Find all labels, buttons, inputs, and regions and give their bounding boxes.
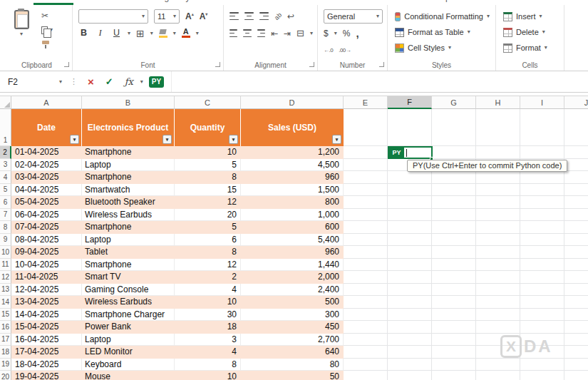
- dialog-launcher-icon[interactable]: [379, 62, 384, 67]
- quantity-cell[interactable]: 30: [175, 309, 241, 322]
- filter-button[interactable]: [70, 135, 79, 144]
- empty-cell[interactable]: [344, 209, 388, 222]
- row-header[interactable]: 1: [0, 109, 11, 146]
- empty-cell[interactable]: [432, 221, 476, 234]
- ribbon-tab[interactable]: Help: [425, 0, 458, 5]
- chevron-down-icon[interactable]: [334, 31, 337, 36]
- empty-cell[interactable]: [476, 109, 520, 146]
- ribbon-tab[interactable]: View: [339, 0, 373, 5]
- align-right-icon[interactable]: [257, 29, 265, 37]
- empty-cell[interactable]: [564, 146, 588, 159]
- empty-cell[interactable]: [520, 196, 564, 209]
- empty-cell[interactable]: [476, 371, 520, 380]
- empty-cell[interactable]: [432, 146, 476, 159]
- increase-indent-icon[interactable]: [284, 29, 291, 38]
- empty-cell[interactable]: [388, 321, 432, 334]
- product-cell[interactable]: Keyboard: [82, 359, 175, 371]
- product-cell[interactable]: Laptop: [82, 334, 175, 346]
- sales-cell[interactable]: 1,500: [241, 184, 344, 197]
- empty-cell[interactable]: [520, 234, 564, 247]
- cut-icon[interactable]: [41, 11, 48, 21]
- product-cell[interactable]: Power Bank: [82, 321, 175, 334]
- row-header[interactable]: 2: [0, 146, 11, 159]
- delete-cells-button[interactable]: Delete: [502, 24, 559, 40]
- empty-cell[interactable]: [564, 259, 588, 272]
- ribbon-tab[interactable]: Home: [33, 0, 73, 5]
- sales-cell[interactable]: 960: [241, 171, 344, 184]
- name-box-resizer-icon[interactable]: [70, 77, 78, 86]
- empty-cell[interactable]: [476, 246, 520, 259]
- wrap-text-icon[interactable]: [287, 11, 294, 21]
- quantity-cell[interactable]: 6: [175, 234, 241, 247]
- product-cell[interactable]: Smartphone: [82, 146, 175, 159]
- empty-cell[interactable]: [520, 146, 564, 159]
- formula-input[interactable]: [171, 71, 588, 92]
- empty-cell[interactable]: [476, 321, 520, 334]
- ribbon-tab[interactable]: File: [4, 0, 33, 5]
- dialog-launcher-icon[interactable]: [215, 62, 220, 67]
- chevron-down-icon[interactable]: [140, 79, 143, 85]
- date-cell[interactable]: 17-04-2025: [11, 346, 82, 359]
- insert-function-icon[interactable]: [125, 77, 133, 86]
- empty-cell[interactable]: [564, 334, 588, 346]
- borders-icon[interactable]: [136, 28, 145, 39]
- empty-cell[interactable]: [520, 321, 564, 334]
- empty-cell[interactable]: [344, 284, 388, 297]
- date-cell[interactable]: 01-04-2025: [11, 146, 82, 159]
- row-header[interactable]: 18: [0, 346, 11, 359]
- empty-cell[interactable]: [388, 221, 432, 234]
- empty-cell[interactable]: [388, 171, 432, 184]
- sales-cell[interactable]: 960: [241, 246, 344, 259]
- empty-cell[interactable]: [344, 271, 388, 284]
- quantity-cell[interactable]: 3: [175, 334, 241, 346]
- product-cell[interactable]: LED Monitor: [82, 346, 175, 359]
- empty-cell[interactable]: [344, 246, 388, 259]
- empty-cell[interactable]: [344, 259, 388, 272]
- row-header[interactable]: 10: [0, 246, 11, 259]
- empty-cell[interactable]: [388, 184, 432, 197]
- quantity-cell[interactable]: 20: [175, 209, 241, 222]
- ribbon-tab[interactable]: Data: [261, 0, 294, 5]
- empty-cell[interactable]: [388, 359, 432, 371]
- product-cell[interactable]: Smartphone: [82, 221, 175, 234]
- empty-cell[interactable]: [388, 346, 432, 359]
- empty-cell[interactable]: [564, 271, 588, 284]
- quantity-cell[interactable]: 4: [175, 284, 241, 297]
- product-cell[interactable]: Wireless Earbuds: [82, 209, 175, 222]
- empty-cell[interactable]: [476, 234, 520, 247]
- empty-cell[interactable]: [432, 309, 476, 322]
- sales-cell[interactable]: 50: [241, 371, 344, 380]
- align-left-icon[interactable]: [229, 29, 237, 37]
- sales-cell[interactable]: 2,700: [241, 334, 344, 346]
- empty-cell[interactable]: [432, 209, 476, 222]
- empty-cell[interactable]: [388, 209, 432, 222]
- select-all-corner[interactable]: [0, 96, 11, 109]
- sales-cell[interactable]: 1,000: [241, 209, 344, 222]
- ribbon-tab[interactable]: Insert: [73, 0, 110, 5]
- date-cell[interactable]: 08-04-2025: [11, 234, 82, 247]
- empty-cell[interactable]: [564, 184, 588, 197]
- empty-cell[interactable]: [432, 296, 476, 309]
- increase-decimal-icon[interactable]: [324, 47, 333, 53]
- align-middle-icon[interactable]: [244, 12, 254, 20]
- empty-cell[interactable]: [388, 246, 432, 259]
- format-painter-icon[interactable]: [41, 40, 50, 48]
- empty-cell[interactable]: [520, 246, 564, 259]
- name-box[interactable]: F2: [4, 74, 66, 90]
- empty-cell[interactable]: [564, 296, 588, 309]
- quantity-cell[interactable]: 12: [175, 259, 241, 272]
- ribbon-tab[interactable]: Page Layout: [146, 0, 210, 5]
- empty-cell[interactable]: [520, 296, 564, 309]
- empty-cell[interactable]: [344, 159, 388, 172]
- empty-cell[interactable]: [388, 196, 432, 209]
- empty-cell[interactable]: [344, 109, 388, 146]
- empty-cell[interactable]: [344, 296, 388, 309]
- date-cell[interactable]: 05-04-2025: [11, 196, 82, 209]
- date-cell[interactable]: 07-04-2025: [11, 221, 82, 234]
- sales-cell[interactable]: 2,400: [241, 284, 344, 297]
- column-header[interactable]: B: [82, 96, 175, 109]
- format-cells-button[interactable]: Format: [502, 40, 559, 56]
- row-header[interactable]: 19: [0, 359, 11, 371]
- empty-cell[interactable]: [432, 334, 476, 346]
- align-bottom-icon[interactable]: [259, 12, 269, 20]
